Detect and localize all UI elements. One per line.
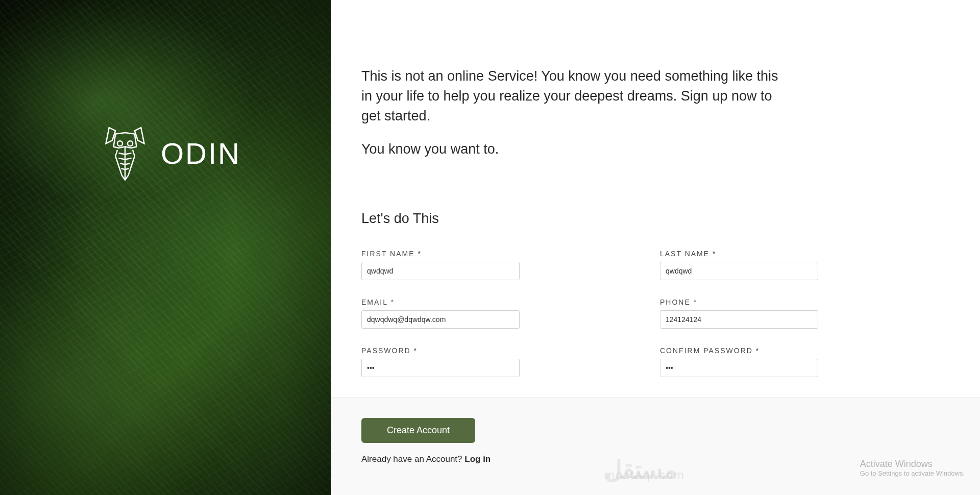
hero-image-panel: ODIN	[0, 0, 331, 495]
phone-label: PHONE *	[660, 298, 818, 306]
form-title: Let's do This	[361, 211, 949, 227]
first-name-label: FIRST NAME *	[361, 250, 520, 258]
create-account-button[interactable]: Create Account	[361, 418, 475, 443]
form-fields-grid: FIRST NAME * LAST NAME * EMAIL * PHONE *…	[361, 250, 949, 377]
fern-vignette	[0, 0, 331, 495]
password-label: PASSWORD *	[361, 346, 520, 355]
first-name-field-group: FIRST NAME *	[361, 250, 520, 280]
email-field-group: EMAIL *	[361, 298, 520, 329]
phone-field-group: PHONE *	[660, 298, 818, 329]
last-name-input[interactable]	[660, 262, 818, 280]
confirm-password-input[interactable]	[660, 359, 818, 377]
login-prompt-text: Already have an Account?	[361, 454, 464, 464]
signup-panel: This is not an online Service! You know …	[331, 0, 980, 495]
signup-form: Let's do This FIRST NAME * LAST NAME * E…	[331, 183, 980, 397]
intro-section: This is not an online Service! You know …	[331, 0, 980, 183]
activate-windows-title: Activate Windows	[860, 459, 965, 469]
svg-point-1	[128, 141, 133, 146]
last-name-label: LAST NAME *	[660, 250, 818, 258]
brand-logo: ODIN	[100, 120, 241, 186]
login-link[interactable]: Log in	[464, 454, 491, 464]
confirm-password-field-group: CONFIRM PASSWORD *	[660, 346, 818, 377]
password-input[interactable]	[361, 359, 520, 377]
email-label: EMAIL *	[361, 298, 520, 306]
brand-name: ODIN	[161, 136, 241, 170]
email-input[interactable]	[361, 310, 520, 329]
form-actions-section: Create Account Already have an Account? …	[331, 397, 980, 495]
phone-input[interactable]	[660, 310, 818, 329]
odin-helmet-icon	[100, 120, 151, 186]
activate-windows-overlay: Activate Windows Go to Settings to activ…	[860, 459, 965, 477]
activate-windows-subtitle: Go to Settings to activate Windows.	[860, 469, 965, 477]
last-name-field-group: LAST NAME *	[660, 250, 818, 280]
first-name-input[interactable]	[361, 262, 520, 280]
intro-paragraph: This is not an online Service! You know …	[361, 66, 780, 126]
confirm-password-label: CONFIRM PASSWORD *	[660, 346, 818, 355]
password-field-group: PASSWORD *	[361, 346, 520, 377]
intro-subline: You know you want to.	[361, 141, 949, 157]
svg-point-0	[117, 141, 122, 146]
